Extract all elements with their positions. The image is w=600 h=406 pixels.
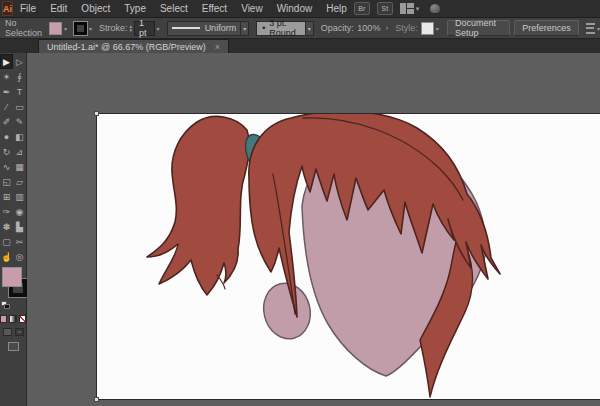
draw-inside-icon[interactable] [15, 328, 24, 336]
tool-paintbrush[interactable]: ✐ [0, 114, 13, 129]
menu-bar: Ai File Edit Object Type Select Effect V… [0, 0, 600, 17]
none-mode-button[interactable] [19, 315, 26, 323]
bridge-button[interactable]: Br [354, 2, 370, 15]
tool-artboard[interactable]: ▢ [0, 234, 13, 249]
document-tab-strip: Untitled-1.ai* @ 66.67% (RGB/Preview) × [0, 39, 600, 53]
style-label: Style: [395, 23, 418, 33]
menu-type[interactable]: Type [117, 0, 153, 17]
tool-width[interactable]: ∿ [0, 159, 13, 174]
tool-eraser[interactable]: ◧ [13, 129, 26, 144]
canvas-pasteboard[interactable] [27, 53, 600, 406]
tool-eyedropper[interactable]: ✑ [0, 204, 13, 219]
default-swatches-icon[interactable] [1, 301, 10, 309]
width-profile-chevron[interactable]: ▾ [241, 21, 249, 36]
stroke-label: Stroke: [99, 23, 128, 33]
stroke-color-swatch[interactable] [74, 22, 87, 35]
tool-magic-wand[interactable]: ✶ [0, 69, 13, 84]
fill-stroke-indicator [0, 266, 26, 312]
chevron-down-icon[interactable]: ▾ [89, 25, 92, 32]
tools-panel: ▶ ▷ ✶ ∮ ✒ T ∕ ▭ ✐ ✎ ● ◧ ↻ ⊿ ∿ ▦ ◱ ▱ ⊞ ▥ … [0, 53, 27, 406]
tool-hand[interactable]: ☝ [0, 249, 13, 264]
tool-symbol-sprayer[interactable]: ✽ [0, 219, 13, 234]
menu-edit[interactable]: Edit [43, 0, 74, 17]
fill-color-swatch[interactable] [49, 22, 62, 35]
chevron-down-icon[interactable]: ▾ [436, 25, 439, 32]
tool-scale[interactable]: ⊿ [13, 144, 26, 159]
tool-type[interactable]: T [13, 84, 26, 99]
menu-help[interactable]: Help [319, 0, 354, 17]
control-bar: No Selection ▾ ▾ Stroke: ▴▾ 1 pt ▾ Unifo… [0, 17, 600, 39]
menu-view[interactable]: View [234, 0, 270, 17]
screen-mode-icon[interactable] [8, 342, 19, 351]
tool-column-graph[interactable]: ▙ [13, 219, 26, 234]
preferences-button[interactable]: Preferences [514, 20, 579, 36]
ear-shape[interactable] [258, 278, 316, 343]
chevron-down-icon[interactable]: ▾ [157, 25, 160, 32]
menu-effect[interactable]: Effect [195, 0, 234, 17]
artboard[interactable] [97, 114, 600, 399]
control-bar-options-icon[interactable] [586, 23, 595, 34]
tool-pencil[interactable]: ✎ [13, 114, 26, 129]
document-tab[interactable]: Untitled-1.ai* @ 66.67% (RGB/Preview) × [38, 39, 229, 53]
illustrator-window: Ai File Edit Object Type Select Effect V… [0, 0, 600, 406]
tool-perspective-grid[interactable]: ▱ [13, 174, 26, 189]
tool-rotate[interactable]: ↻ [0, 144, 13, 159]
brush-definition-dropdown[interactable]: • 3 pt. Round [256, 21, 306, 36]
tool-mesh[interactable]: ⊞ [0, 189, 13, 204]
draw-normal-icon[interactable] [3, 328, 12, 336]
tool-shape-builder[interactable]: ◱ [0, 174, 13, 189]
tool-line-segment[interactable]: ∕ [0, 99, 13, 114]
tool-lasso[interactable]: ∮ [13, 69, 26, 84]
brush-definition-chevron[interactable]: ▾ [306, 21, 314, 36]
fill-swatch[interactable] [2, 267, 22, 287]
tool-blob-brush[interactable]: ● [0, 129, 13, 144]
tool-direct-selection[interactable]: ▷ [13, 54, 26, 69]
app-logo: Ai [2, 1, 13, 16]
document-setup-button[interactable]: Document Setup [447, 20, 510, 36]
stroke-weight-stepper[interactable]: ▴▾ [130, 24, 133, 32]
tool-gradient[interactable]: ▥ [13, 189, 26, 204]
menu-window[interactable]: Window [270, 0, 320, 17]
opacity-label: Opacity: [321, 23, 354, 33]
tool-rectangle[interactable]: ▭ [13, 99, 26, 114]
color-mode-button[interactable] [0, 315, 7, 323]
chevron-down-icon[interactable]: ▾ [416, 5, 420, 12]
stroke-profile-line-icon [172, 27, 200, 29]
stroke-weight-field[interactable]: 1 pt [134, 21, 155, 36]
document-tab-title: Untitled-1.ai* @ 66.67% (RGB/Preview) [47, 42, 206, 52]
brush-dot-icon: • [262, 23, 265, 33]
tool-blend[interactable]: ◉ [13, 204, 26, 219]
tool-selection[interactable]: ▶ [0, 54, 13, 69]
opacity-arrow-icon[interactable]: › [385, 23, 388, 33]
selection-status: No Selection [5, 18, 42, 38]
opacity-value[interactable]: 100% [357, 23, 380, 33]
workspace-switcher-icon[interactable] [400, 3, 414, 14]
menu-object[interactable]: Object [74, 0, 117, 17]
menu-file[interactable]: File [13, 0, 43, 17]
menu-select[interactable]: Select [153, 0, 195, 17]
tool-pen[interactable]: ✒ [0, 84, 13, 99]
style-swatch[interactable] [421, 22, 434, 35]
close-icon[interactable]: × [215, 42, 220, 52]
stock-button[interactable]: St [377, 2, 393, 15]
width-profile-dropdown[interactable]: Uniform [167, 21, 242, 36]
cs-live-icon[interactable] [429, 3, 441, 14]
chevron-down-icon[interactable]: ▾ [64, 25, 67, 32]
tool-zoom[interactable]: ◎ [13, 249, 26, 264]
artwork-canvas [97, 114, 600, 399]
tool-free-transform[interactable]: ▦ [13, 159, 26, 174]
tool-slice[interactable]: ✂ [13, 234, 26, 249]
gradient-mode-button[interactable] [9, 315, 16, 323]
ponytail-shape[interactable] [147, 116, 249, 295]
